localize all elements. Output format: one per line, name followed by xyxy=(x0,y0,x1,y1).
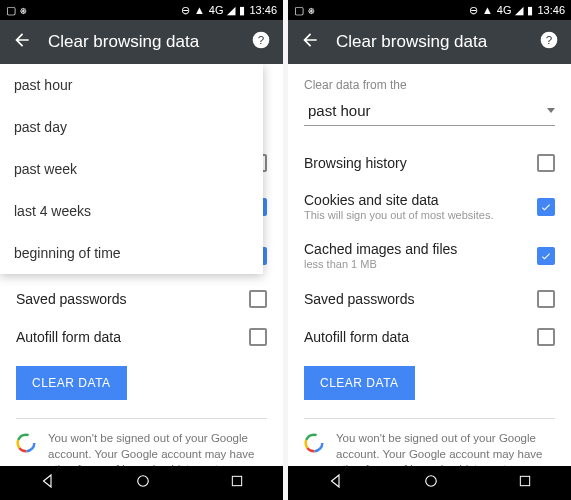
battery-icon: ▮ xyxy=(527,4,533,17)
page-title: Clear browsing data xyxy=(48,32,235,52)
help-icon[interactable]: ? xyxy=(539,30,559,54)
app-bar: Clear browsing data ? xyxy=(0,20,283,64)
page-title: Clear browsing data xyxy=(336,32,523,52)
checkbox-row-cached[interactable]: Cached images and filesless than 1 MB xyxy=(304,231,555,280)
dropdown-option-last-4-weeks[interactable]: last 4 weeks xyxy=(0,190,263,232)
svg-rect-15 xyxy=(520,476,529,485)
google-logo-icon xyxy=(16,433,36,453)
checkbox-row-saved-passwords[interactable]: Saved passwords xyxy=(16,280,267,318)
battery-icon: ▮ xyxy=(239,4,245,17)
svg-point-14 xyxy=(425,476,436,487)
time-range-dropdown[interactable]: past hour xyxy=(304,96,555,126)
clear-data-button[interactable]: CLEAR DATA xyxy=(304,366,415,400)
clock-time: 13:46 xyxy=(537,4,565,16)
time-range-dropdown-menu: past hour past day past week last 4 week… xyxy=(0,64,263,274)
location-icon: ⎈ xyxy=(308,4,315,16)
svg-text:?: ? xyxy=(546,33,553,46)
info-card: You won't be signed out of your Google a… xyxy=(16,418,267,466)
dropdown-option-beginning-of-time[interactable]: beginning of time xyxy=(0,232,263,274)
dnd-icon: ⊖ xyxy=(469,4,478,17)
content-area: Clear data from the past hour Browsing h… xyxy=(288,64,571,466)
back-icon[interactable] xyxy=(12,30,32,54)
checkbox[interactable] xyxy=(537,154,555,172)
nav-home-icon[interactable] xyxy=(134,472,152,494)
info-text: You won't be signed out of your Google a… xyxy=(48,431,267,466)
checkbox[interactable] xyxy=(537,328,555,346)
checkbox-row-autofill[interactable]: Autofill form data xyxy=(304,318,555,356)
status-bar: ▢ ⎈ ⊖ ▲ 4G ◢ ▮ 13:46 xyxy=(0,0,283,20)
nav-recent-icon[interactable] xyxy=(229,473,245,493)
phone-screen-right: ▢ ⎈ ⊖ ▲ 4G ◢ ▮ 13:46 Clear browsing data… xyxy=(288,0,571,500)
checkbox[interactable] xyxy=(537,198,555,216)
svg-text:?: ? xyxy=(258,33,265,46)
info-card: You won't be signed out of your Google a… xyxy=(304,418,555,466)
nav-back-icon[interactable] xyxy=(39,472,57,494)
nav-back-icon[interactable] xyxy=(327,472,345,494)
location-icon: ⎈ xyxy=(20,4,27,16)
checkbox-row-browsing-history[interactable]: Browsing history xyxy=(304,144,555,182)
dropdown-selected-value: past hour xyxy=(308,102,371,119)
dnd-icon: ⊖ xyxy=(181,4,190,17)
nav-home-icon[interactable] xyxy=(422,472,440,494)
checkbox[interactable] xyxy=(537,247,555,265)
android-nav-bar xyxy=(0,466,283,500)
back-icon[interactable] xyxy=(300,30,320,54)
content-area: Clear data from the past hour Browsing h… xyxy=(0,64,283,466)
signal-icon: 4G xyxy=(497,4,512,16)
section-label: Clear data from the xyxy=(304,78,555,92)
checkbox[interactable] xyxy=(537,290,555,308)
svg-rect-7 xyxy=(232,476,241,485)
image-icon: ▢ xyxy=(6,4,16,17)
status-bar: ▢ ⎈ ⊖ ▲ 4G ◢ ▮ 13:46 xyxy=(288,0,571,20)
svg-point-6 xyxy=(137,476,148,487)
nav-recent-icon[interactable] xyxy=(517,473,533,493)
signal-bars-icon: ◢ xyxy=(515,4,523,17)
chevron-down-icon xyxy=(547,108,555,113)
image-icon: ▢ xyxy=(294,4,304,17)
wifi-icon: ▲ xyxy=(482,4,493,16)
checkbox-row-saved-passwords[interactable]: Saved passwords xyxy=(304,280,555,318)
checkbox[interactable] xyxy=(249,328,267,346)
android-nav-bar xyxy=(288,466,571,500)
signal-icon: 4G xyxy=(209,4,224,16)
help-icon[interactable]: ? xyxy=(251,30,271,54)
phone-screen-left: ▢ ⎈ ⊖ ▲ 4G ◢ ▮ 13:46 Clear browsing data… xyxy=(0,0,283,500)
signal-bars-icon: ◢ xyxy=(227,4,235,17)
wifi-icon: ▲ xyxy=(194,4,205,16)
dropdown-option-past-week[interactable]: past week xyxy=(0,148,263,190)
checkbox-row-autofill[interactable]: Autofill form data xyxy=(16,318,267,356)
clock-time: 13:46 xyxy=(249,4,277,16)
dropdown-option-past-day[interactable]: past day xyxy=(0,106,263,148)
checkbox[interactable] xyxy=(249,290,267,308)
dropdown-option-past-hour[interactable]: past hour xyxy=(0,64,263,106)
info-text: You won't be signed out of your Google a… xyxy=(336,431,555,466)
google-logo-icon xyxy=(304,433,324,453)
clear-data-button[interactable]: CLEAR DATA xyxy=(16,366,127,400)
app-bar: Clear browsing data ? xyxy=(288,20,571,64)
checkbox-row-cookies[interactable]: Cookies and site dataThis will sign you … xyxy=(304,182,555,231)
